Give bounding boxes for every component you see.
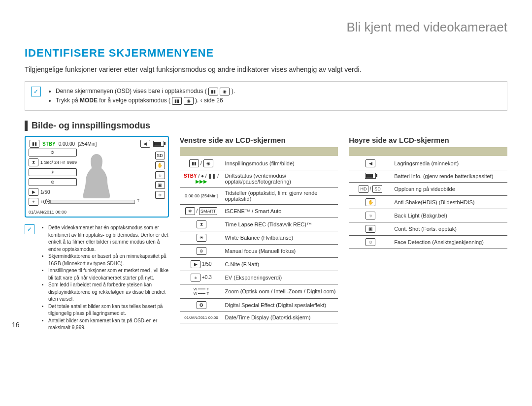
table-row: HD / SDOpplosning på videobilde xyxy=(349,183,507,196)
backlight-icon: ☼ xyxy=(155,171,165,179)
table-row: ▶ 1/50C.Nite (F.Natt) xyxy=(180,258,338,271)
note-box: ✓ Denne skjermmenyen (OSD) vises bare i … xyxy=(25,81,507,111)
hd-icon: HD xyxy=(359,185,368,193)
lcd-preview: ▮▮ STBY 0:00:00 [254Min] ◀ ✲ ⧗ 1 Sec/ 24… xyxy=(25,136,169,218)
cell: EV (Eksponeringsverdi) xyxy=(223,271,338,284)
table-row: ⧗Time Lapse REC (Tidsavvik REC)™ xyxy=(180,218,338,231)
film-icon: ▮▮ xyxy=(189,159,199,167)
footnote-5: Det totale antallet bilder som kan tas t… xyxy=(48,303,169,317)
battery-icon xyxy=(365,173,376,179)
timelapse-icon: ⧗ xyxy=(197,220,206,228)
footnote-box: ✓ Dette videokameraet har én opptaksmodu… xyxy=(25,224,169,332)
ev-icon: ± xyxy=(29,198,38,206)
section-title: IDENTIFISERE SKJERMMENYENE xyxy=(25,47,507,60)
table-row: ☼Back Light (Bakgr.bel) xyxy=(349,209,507,222)
cell: Zoom (Optisk oom / Intelli-Zoom / Digita… xyxy=(223,284,338,299)
mode-key: MODE xyxy=(80,97,98,104)
cell: Lagringsmedia (minnekort) xyxy=(392,157,507,170)
table-row: ± +0.3EV (Eksponeringsverdi) xyxy=(180,271,338,284)
legend-header-left xyxy=(180,147,338,156)
smart-auto-icon: SMART xyxy=(199,207,217,215)
cnite-icon: ▶ xyxy=(191,260,200,268)
subject-silhouette xyxy=(77,152,116,201)
cell: Digital Special Effect (Digital spesiale… xyxy=(223,299,338,312)
cell: Tidsteller (opptakstid, film: gjenv rend… xyxy=(223,187,338,205)
table-row: ☀White Balance (Hvitbalanse) xyxy=(180,231,338,245)
chapter-title: Bli kjent med videokameraet xyxy=(25,20,507,35)
table-row: 0:00:00 [254Min]Tidsteller (opptakstid, … xyxy=(180,187,338,205)
cnite-icon: ▶ xyxy=(29,188,38,196)
right-table-heading: Høyre side av LCD-skjermen xyxy=(349,136,507,144)
cell: Cont. Shot (Forts. opptak) xyxy=(392,222,507,236)
cell: C.Nite (F.Natt) xyxy=(223,258,338,271)
cell: Face Detection (Ansiktsgjenkjenning) xyxy=(392,236,507,249)
card-icon: ◀ xyxy=(140,140,150,148)
antishake-icon: ✋ xyxy=(366,198,375,206)
cell: Batteri info. (gjenv rende batterikapasi… xyxy=(392,170,507,183)
photo-count: 9999 xyxy=(67,160,77,165)
cont-shot-icon: ▣ xyxy=(366,225,375,233)
zoom-icon: W ━━━ TW ━━━ T xyxy=(180,284,223,299)
cell: Date/Time Display (Dato/tid-skjerm) xyxy=(223,312,338,323)
card-icon: ◀ xyxy=(366,159,375,167)
effect-icon: ✪ xyxy=(197,301,206,309)
resolution-icon: SD xyxy=(155,152,165,159)
table-row: ✲ / SMARTiSCENE™ / Smart Auto xyxy=(180,205,338,218)
time-counter: 0:00:00 xyxy=(59,141,75,147)
cell: Opplosning på videobilde xyxy=(392,183,507,196)
film-icon: ▮▮ xyxy=(208,88,218,95)
table-row: W ━━━ TW ━━━ TZoom (Optisk oom / Intelli… xyxy=(180,284,338,299)
face-detect-icon: ☺ xyxy=(366,238,375,246)
footnote-2: Skjermindikatorene er basert på en minne… xyxy=(48,253,169,267)
cell: Manual focus (Manuell fokus) xyxy=(223,245,338,258)
footnote-6: Antallet bilder som kameraet kan ta på O… xyxy=(48,317,169,332)
battery-icon xyxy=(153,141,164,147)
note-item-1: Denne skjermmenyen (OSD) vises bare i op… xyxy=(56,87,235,96)
table-row: ⊚Manual focus (Manuell fokus) xyxy=(180,245,338,258)
cell: Anti-Shake(HDIS) (BildestbHDIS) xyxy=(392,196,507,209)
date-icon: 01/JAN/2011 00:00 xyxy=(180,312,223,323)
legend-table-right: ◀Lagringsmedia (minnekort) Batteri info.… xyxy=(349,157,507,249)
zoom-bar xyxy=(50,200,135,204)
lcd-date: 01/JAN/2011 00:00 xyxy=(29,210,66,215)
stby-label: STBY xyxy=(42,141,56,147)
table-row: ▮▮ / ◉Innspillingsmodus (film/bilde) xyxy=(180,157,338,170)
table-row: ☺Face Detection (Ansiktsgjenkjenning) xyxy=(349,236,507,249)
cell: White Balance (Hvitbalanse) xyxy=(223,231,338,245)
footnote-1: Dette videokameraet har én opptaksmodus … xyxy=(48,224,169,253)
timelapse-icon: ⧗ xyxy=(29,158,38,166)
legend-table-left: ▮▮ / ◉Innspillingsmodus (film/bilde) STB… xyxy=(180,157,338,323)
iscene-icon: ✲ xyxy=(185,207,195,215)
face-detect-icon: ☺ xyxy=(155,191,165,199)
cont-shot-icon: ▣ xyxy=(155,181,165,189)
cell: Time Lapse REC (Tidsavvik REC)™ xyxy=(223,218,338,231)
film-icon: ▮▮ xyxy=(30,140,39,148)
table-row: STBY / ● / ❚❚ / ▶▶▶Driftsstatus (ventemo… xyxy=(180,170,338,187)
photo-icon: ◉ xyxy=(203,159,213,167)
photo-icon: ◉ xyxy=(184,97,194,105)
wb-icon: ☀ xyxy=(197,234,206,242)
left-table-heading: Venstre side av LCD-skjermen xyxy=(180,136,338,144)
table-row: ✋Anti-Shake(HDIS) (BildestbHDIS) xyxy=(349,196,507,209)
cell: iSCENE™ / Smart Auto xyxy=(223,205,338,218)
table-row: ▣Cont. Shot (Forts. opptak) xyxy=(349,222,507,236)
intro-text: Tilgjengelige funksjoner varierer etter … xyxy=(25,65,507,73)
note-icon: ✓ xyxy=(31,87,41,96)
mf-icon: ⊚ xyxy=(197,247,206,255)
sd-icon: SD xyxy=(372,185,382,193)
timelapse-text: 1 Sec/ 24 Hr xyxy=(40,160,65,165)
cell: Back Light (Bakgr.bel) xyxy=(392,209,507,222)
table-row: ◀Lagringsmedia (minnekort) xyxy=(349,157,507,170)
cell: Innspillingsmodus (film/bilde) xyxy=(223,157,338,170)
stby-icon: STBY xyxy=(184,173,197,179)
iscene-icon: ✲ xyxy=(29,149,77,156)
note-item-2: Trykk på MODE for å velge opptaksmodus (… xyxy=(56,96,235,105)
ev-icon: ± xyxy=(191,274,200,281)
footnote-4: Som ledd i arbeidet med å forbedre ytels… xyxy=(48,281,169,303)
legend-header-right xyxy=(349,147,507,156)
subheading: Bilde- og innspillingsmodus xyxy=(25,121,507,131)
photo-icon: ◉ xyxy=(220,88,230,95)
note-icon: ✓ xyxy=(25,224,34,234)
footnote-3: Innstillingene til funksjoner som er mer… xyxy=(48,267,169,281)
film-icon: ▮▮ xyxy=(172,97,182,105)
